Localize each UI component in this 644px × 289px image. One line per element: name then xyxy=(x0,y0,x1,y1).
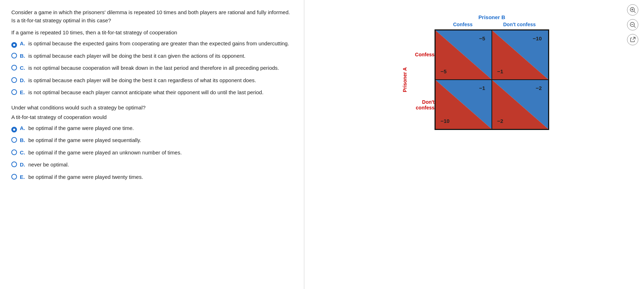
cell-tr-top-val: −10 xyxy=(533,35,542,41)
cell-br-top-val: −2 xyxy=(536,85,542,91)
option-2d[interactable]: D. never be optimal. xyxy=(11,161,293,170)
option-text-1d: is optimal because each player will be d… xyxy=(28,76,256,85)
option-letter-2a: A. xyxy=(20,124,26,132)
option-text-2b: be optimal if the game were played seque… xyxy=(28,136,141,144)
external-link-button[interactable] xyxy=(627,34,638,45)
options-list-2: A. be optimal if the game were played on… xyxy=(11,124,293,182)
svg-line-3 xyxy=(634,11,636,13)
radio-1a[interactable] xyxy=(11,42,17,48)
radio-1d[interactable] xyxy=(11,77,17,83)
cell-br-bottom-val: −2 xyxy=(497,118,503,124)
subquestion-2: A tit-for-tat strategy of cooperation wo… xyxy=(11,114,293,120)
option-2b[interactable]: B. be optimal if the game were played se… xyxy=(11,136,293,145)
option-letter-2e: E. xyxy=(20,173,26,181)
option-letter-1c: C. xyxy=(20,64,26,72)
option-text-2e: be optimal if the game were played twent… xyxy=(28,173,143,181)
zoom-in-button[interactable] xyxy=(627,4,638,16)
option-letter-2b: B. xyxy=(20,136,26,144)
subquestion-1: If a game is repeated 10 times, then a t… xyxy=(11,29,293,35)
option-text-1b: is optimal because each player will be d… xyxy=(28,52,246,60)
payoff-matrix-wrapper: Prisoner B Confess Don't confess Prisone… xyxy=(399,14,549,130)
option-letter-1a: A. xyxy=(20,40,26,48)
option-letter-1b: B. xyxy=(20,52,26,60)
cell-bl: −1 −10 xyxy=(435,80,492,129)
cell-tl: −5 −5 xyxy=(435,30,492,80)
option-text-1c: is not optimal because cooperation will … xyxy=(28,64,279,72)
svg-line-6 xyxy=(634,26,636,28)
options-list-1: A. is optimal because the expected gains… xyxy=(11,40,293,97)
radio-2a[interactable] xyxy=(11,127,17,132)
payoff-matrix: −5 −5 −10 −1 −1 −10 xyxy=(435,29,549,130)
row-label-dont: Don't confess xyxy=(410,99,435,110)
option-text-1a: is optimal because the expected gains fr… xyxy=(28,40,289,48)
cell-tr-bottom-val: −1 xyxy=(497,68,503,74)
option-text-2a: be optimal if the game were played one t… xyxy=(28,124,134,132)
option-1e[interactable]: E. is not optimal because each player ca… xyxy=(11,89,293,97)
option-text-2c: be optimal if the game were played an un… xyxy=(28,149,182,157)
radio-1e[interactable] xyxy=(11,89,17,95)
option-1b[interactable]: B. is optimal because each player will b… xyxy=(11,52,293,61)
option-letter-2d: D. xyxy=(20,161,26,169)
option-letter-1d: D. xyxy=(20,76,26,85)
row-label-confess: Confess xyxy=(415,52,435,57)
radio-2d[interactable] xyxy=(11,162,17,167)
option-1d[interactable]: D. is optimal because each player will b… xyxy=(11,76,293,85)
cell-tr: −10 −1 xyxy=(492,30,548,80)
col-header-dont: Don't confess xyxy=(491,22,548,29)
option-2c[interactable]: C. be optimal if the game were played an… xyxy=(11,149,293,158)
cell-bl-top-val: −1 xyxy=(479,85,485,91)
option-1c[interactable]: C. is not optimal because cooperation wi… xyxy=(11,64,293,73)
option-text-2d: never be optimal. xyxy=(28,161,69,169)
radio-2b[interactable] xyxy=(11,137,17,143)
radio-1c[interactable] xyxy=(11,65,17,70)
cell-tl-top-val: −5 xyxy=(479,35,485,41)
left-panel: Consider a game in which the prisoners' … xyxy=(0,0,304,289)
prisoner-a-label: Prisoner A xyxy=(402,67,408,92)
radio-1b[interactable] xyxy=(11,53,17,58)
question-text: Consider a game in which the prisoners' … xyxy=(11,8,293,24)
cell-bl-bottom-val: −10 xyxy=(441,118,449,124)
option-letter-2c: C. xyxy=(20,149,26,157)
cell-tl-bottom-val: −5 xyxy=(441,68,447,74)
option-letter-1e: E. xyxy=(20,89,26,97)
zoom-out-button[interactable] xyxy=(627,19,638,30)
right-panel: Prisoner B Confess Don't confess Prisone… xyxy=(304,0,644,289)
prisoner-a-area: Prisoner A xyxy=(399,29,410,130)
toolbar xyxy=(627,4,638,45)
section-divider: Under what conditions would such a strat… xyxy=(11,104,293,110)
option-text-1e: is not optimal because each player canno… xyxy=(28,89,264,97)
radio-2c[interactable] xyxy=(11,149,17,155)
option-2a[interactable]: A. be optimal if the game were played on… xyxy=(11,124,293,133)
option-1a[interactable]: A. is optimal because the expected gains… xyxy=(11,40,293,49)
option-2e[interactable]: E. be optimal if the game were played tw… xyxy=(11,173,293,182)
cell-br: −2 −2 xyxy=(492,80,548,129)
prisoner-b-label: Prisoner B xyxy=(478,14,505,20)
col-header-confess: Confess xyxy=(435,22,491,29)
radio-2e[interactable] xyxy=(11,174,17,180)
